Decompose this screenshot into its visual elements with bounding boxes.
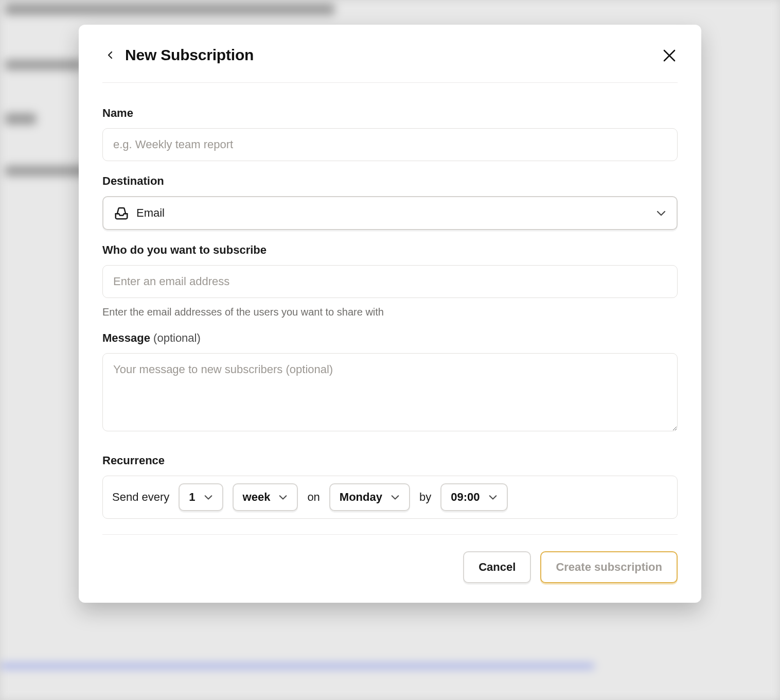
subscribe-label: Who do you want to subscribe bbox=[102, 243, 678, 257]
destination-value: Email bbox=[136, 206, 656, 220]
name-label: Name bbox=[102, 107, 678, 120]
modal-overlay: New Subscription Name Destination bbox=[0, 0, 780, 700]
chevron-down-icon bbox=[204, 494, 213, 500]
chevron-down-icon bbox=[278, 494, 288, 500]
message-field: Message (optional) bbox=[102, 331, 678, 433]
time-select[interactable]: 09:00 bbox=[440, 483, 507, 511]
recurrence-label: Recurrence bbox=[102, 454, 678, 467]
unit-select[interactable]: week bbox=[233, 483, 298, 511]
chevron-down-icon bbox=[391, 494, 400, 500]
cancel-button[interactable]: Cancel bbox=[463, 551, 531, 583]
message-optional: (optional) bbox=[153, 331, 201, 344]
name-field: Name bbox=[102, 107, 678, 161]
subscribe-email-input[interactable] bbox=[102, 265, 678, 298]
day-select[interactable]: Monday bbox=[329, 483, 410, 511]
recurrence-field: Recurrence Send every 1 week on Monday b… bbox=[102, 454, 678, 519]
modal-title: New Subscription bbox=[125, 46, 254, 64]
recurrence-row: Send every 1 week on Monday by 09:00 bbox=[102, 476, 678, 519]
subscribe-field: Who do you want to subscribe Enter the e… bbox=[102, 243, 678, 318]
modal-footer: Cancel Create subscription bbox=[102, 534, 678, 583]
inbox-icon bbox=[114, 205, 129, 221]
destination-field: Destination Email bbox=[102, 174, 678, 230]
chevron-left-icon bbox=[108, 51, 113, 59]
message-label-text: Message bbox=[102, 331, 150, 344]
time-value: 09:00 bbox=[451, 491, 480, 504]
chevron-down-icon bbox=[488, 494, 498, 500]
on-text: on bbox=[307, 491, 320, 504]
interval-value: 1 bbox=[189, 491, 195, 504]
back-button[interactable] bbox=[102, 47, 118, 63]
by-text: by bbox=[419, 491, 431, 504]
destination-label: Destination bbox=[102, 174, 678, 188]
new-subscription-modal: New Subscription Name Destination bbox=[79, 25, 701, 603]
day-value: Monday bbox=[340, 491, 382, 504]
unit-value: week bbox=[243, 491, 271, 504]
close-button[interactable] bbox=[661, 47, 678, 64]
message-textarea[interactable] bbox=[102, 353, 678, 431]
chevron-down-icon bbox=[656, 209, 666, 217]
send-every-text: Send every bbox=[112, 491, 169, 504]
modal-header: New Subscription bbox=[102, 46, 678, 83]
interval-select[interactable]: 1 bbox=[179, 483, 223, 511]
subscribe-help-text: Enter the email addresses of the users y… bbox=[102, 306, 678, 318]
name-input[interactable] bbox=[102, 128, 678, 161]
message-label: Message (optional) bbox=[102, 331, 678, 345]
close-icon bbox=[663, 49, 676, 62]
destination-select[interactable]: Email bbox=[102, 196, 678, 230]
create-subscription-button[interactable]: Create subscription bbox=[540, 551, 678, 583]
